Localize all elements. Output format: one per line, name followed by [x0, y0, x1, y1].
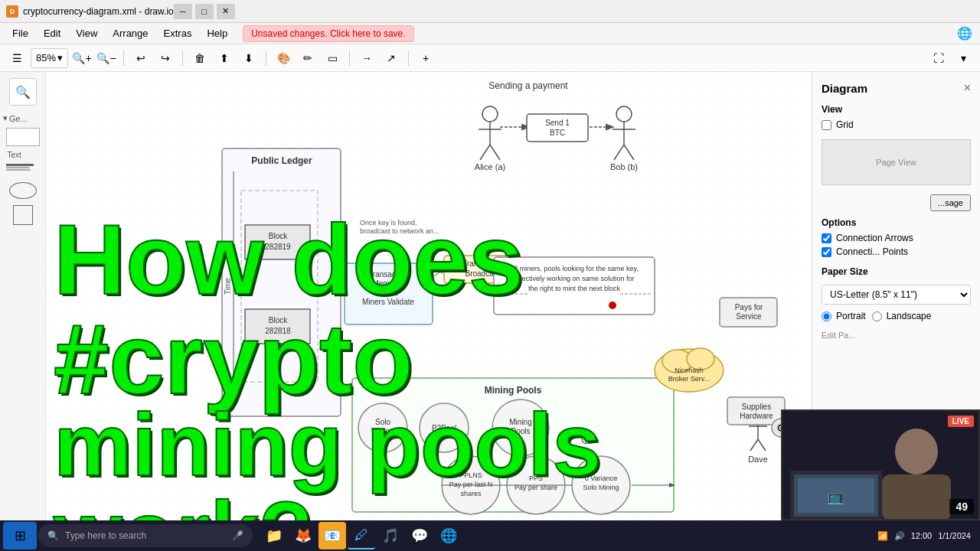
menu-arrange[interactable]: Arrange	[106, 25, 154, 41]
connection-arrows-row: Connection Arrows	[822, 233, 971, 243]
line-color-button[interactable]: ✏	[297, 47, 318, 69]
canvas-area[interactable]: Sending a payment Alice (a) Send 1 BTC B…	[46, 72, 812, 528]
portrait-radio-row: Portrait	[822, 311, 866, 321]
svg-text:Once key is found,: Once key is found,	[360, 219, 417, 227]
collapse-button[interactable]: ▾	[952, 47, 974, 69]
paper-size-section: Paper Size US-Letter (8.5" x 11") Portra…	[822, 266, 971, 321]
svg-text:Mempool: Mempool	[372, 279, 403, 288]
sidebar-toggle-button[interactable]: ☰	[6, 47, 28, 69]
svg-text:All miners, pools looking for : All miners, pools looking for the same k…	[510, 265, 639, 272]
toolbar-separator-5	[408, 51, 409, 66]
page-view-button[interactable]: ...sage	[930, 194, 971, 211]
svg-text:Broker Serv...: Broker Serv...	[668, 375, 710, 383]
grid-checkbox[interactable]	[822, 120, 831, 130]
portrait-radio[interactable]	[822, 311, 831, 321]
video-live-badge: LIVE	[948, 416, 974, 427]
svg-text:BTC: BTC	[550, 129, 565, 137]
zoom-dropdown-icon[interactable]: ▾	[57, 52, 63, 64]
orientation-row: Portrait Landscape	[822, 311, 971, 321]
taskbar-app-chrome[interactable]: 🌐	[435, 522, 462, 549]
svg-text:shares: shares	[460, 490, 482, 497]
landscape-label: Landscape	[887, 311, 932, 321]
search-icon: 🔍	[47, 530, 59, 541]
unsaved-changes-button[interactable]: Unsaved changes. Click here to save.	[243, 25, 413, 42]
window-title: cryptocurrency-diagram.xml - draw.io	[23, 6, 174, 17]
taskbar-app-media[interactable]: 🎵	[377, 522, 404, 549]
svg-text:Time: Time	[224, 278, 232, 295]
menu-view[interactable]: View	[70, 25, 103, 41]
heading-shape-item	[6, 164, 40, 176]
to-back-button[interactable]: ⬇	[238, 47, 260, 69]
fullscreen-button[interactable]: ⛶	[928, 47, 949, 69]
fill-color-button[interactable]: 🎨	[273, 47, 294, 69]
collapse-shapes-button[interactable]: ▾Ge...	[0, 112, 45, 125]
minimize-button[interactable]: ─	[174, 4, 192, 19]
taskbar-app-mail[interactable]: 📧	[318, 522, 346, 549]
taskbar-search-placeholder: Type here to search	[65, 530, 146, 541]
video-thumbnail: 📺 LIVE 49	[781, 409, 980, 520]
titlebar: D cryptocurrency-diagram.xml - draw.io ─…	[0, 0, 980, 23]
portrait-label: Portrait	[836, 311, 866, 321]
svg-text:Transaction: Transaction	[368, 270, 408, 279]
svg-text:Block: Block	[269, 232, 288, 240]
shape-rectangle-1[interactable]	[6, 128, 40, 146]
taskbar-app-chat[interactable]: 💬	[406, 522, 433, 549]
svg-text:Bob (b): Bob (b)	[610, 162, 638, 171]
diagram-svg: Sending a payment Alice (a) Send 1 BTC B…	[46, 72, 812, 528]
shape-square[interactable]	[13, 205, 33, 225]
svg-rect-94	[882, 474, 951, 520]
insert-button[interactable]: +	[415, 47, 436, 69]
shape-button[interactable]: ▭	[322, 47, 343, 69]
shape-ellipse[interactable]	[9, 182, 37, 199]
to-front-button[interactable]: ⬆	[214, 47, 235, 69]
connection-arrows-checkbox[interactable]	[822, 233, 831, 243]
zoom-out-button[interactable]: 🔍−	[96, 47, 117, 69]
window-controls: ─ □ ✕	[174, 4, 235, 19]
options-section: Options Connection Arrows Connecti... Po…	[822, 217, 971, 257]
connector-button[interactable]: →	[356, 47, 377, 69]
landscape-radio[interactable]	[872, 311, 882, 321]
taskbar-app-drawio[interactable]: 🖊	[348, 522, 375, 549]
waypoint-button[interactable]: ↗	[381, 47, 402, 69]
menubar: File Edit View Arrange Extras Help Unsav…	[0, 23, 980, 44]
menu-edit[interactable]: Edit	[38, 25, 67, 41]
maximize-button[interactable]: □	[195, 4, 214, 19]
svg-text:Public Ledger: Public Ledger	[251, 155, 312, 166]
svg-text:Mining: Mining	[371, 427, 394, 435]
taskbar-app-firefox[interactable]: 🦊	[289, 522, 317, 549]
globe-icon[interactable]: 🌐	[956, 24, 974, 43]
toolbar: ☰ 85% ▾ 🔍+ 🔍− ↩ ↪ 🗑 ⬆ ⬇ 🎨 ✏ ▭ → ↗ + ⛶ ▾	[0, 44, 980, 72]
taskbar-apps: 📁 🦊 📧 🖊 🎵 💬 🌐	[260, 522, 462, 549]
svg-text:282818: 282818	[265, 327, 291, 335]
app-icon: D	[6, 5, 18, 18]
edit-page-section: Edit Pa...	[822, 331, 971, 340]
svg-text:Alice (a): Alice (a)	[475, 162, 505, 171]
start-button[interactable]: ⊞	[3, 522, 37, 549]
undo-button[interactable]: ↩	[130, 47, 152, 69]
svg-text:PPLNS: PPLNS	[459, 471, 482, 479]
svg-text:Block: Block	[269, 316, 288, 324]
connection-points-checkbox[interactable]	[822, 247, 831, 257]
delete-button[interactable]: 🗑	[189, 47, 211, 69]
svg-point-46	[609, 302, 616, 309]
close-button[interactable]: ✕	[217, 4, 235, 19]
zoom-in-button[interactable]: 🔍+	[71, 47, 93, 69]
page-view-button-row: ...sage	[822, 194, 971, 211]
text-label-item: Text	[6, 149, 40, 161]
tray-volume-icon: 🔊	[894, 531, 905, 541]
grid-checkbox-row: Grid	[822, 119, 971, 130]
search-sidebar-button[interactable]: 🔍	[9, 78, 37, 106]
menu-extras[interactable]: Extras	[158, 25, 198, 41]
svg-text:Hardware: Hardware	[740, 412, 773, 420]
redo-button[interactable]: ↪	[155, 47, 176, 69]
svg-text:broadcast to network an...: broadcast to network an...	[360, 227, 439, 235]
panel-header: Diagram ×	[822, 81, 971, 95]
menu-file[interactable]: File	[6, 25, 34, 41]
view-section-title: View	[822, 104, 971, 115]
taskbar-app-explorer[interactable]: 📁	[260, 522, 288, 549]
svg-text:⊕: ⊕	[580, 432, 592, 447]
taskbar-search[interactable]: 🔍 Type here to search 🎤	[38, 524, 253, 547]
menu-help[interactable]: Help	[201, 25, 234, 41]
paper-size-select[interactable]: US-Letter (8.5" x 11")	[822, 285, 971, 305]
panel-close-button[interactable]: ×	[964, 81, 971, 95]
